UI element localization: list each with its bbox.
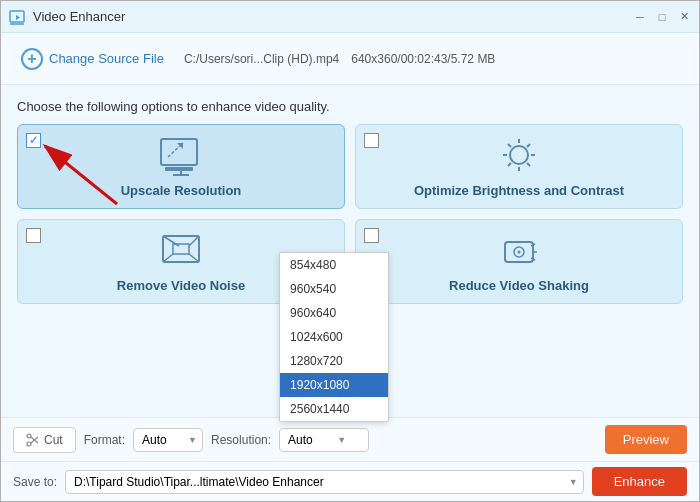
maximize-button[interactable]: □ <box>655 10 669 24</box>
app-icon <box>9 8 27 26</box>
enhance-button[interactable]: Enhance <box>592 467 687 496</box>
svg-rect-18 <box>173 244 189 254</box>
save-path-wrapper[interactable]: D:\Tipard Studio\Tipar...ltimate\Video E… <box>65 470 584 494</box>
source-toolbar: + Change Source File C:/Users/sori...Cli… <box>1 33 699 85</box>
change-source-button[interactable]: + Change Source File <box>13 44 172 74</box>
resolution-label: Resolution: <box>211 433 271 447</box>
resolution-option-1920x1080[interactable]: 1920x1080 <box>280 373 388 397</box>
resolution-option-1280x720[interactable]: 1280x720 <box>280 349 388 373</box>
svg-line-19 <box>163 236 179 246</box>
resolution-option-960x640[interactable]: 960x640 <box>280 301 388 325</box>
svg-point-25 <box>518 251 521 254</box>
dropdown-arrow-icon: ▼ <box>337 435 346 445</box>
svg-point-32 <box>27 442 31 446</box>
bottom-toolbar: Cut Format: Auto Resolution: Auto ▼ 854x… <box>1 417 699 461</box>
resolution-select-display[interactable]: Auto ▼ <box>279 428 369 452</box>
resolution-value: Auto <box>288 433 313 447</box>
svg-point-8 <box>510 146 528 164</box>
svg-line-16 <box>508 163 511 166</box>
save-label: Save to: <box>13 475 57 489</box>
shaking-icon <box>493 230 545 272</box>
svg-rect-2 <box>161 139 197 165</box>
upscale-icon <box>155 135 207 177</box>
resolution-option-960x540[interactable]: 960x540 <box>280 277 388 301</box>
svg-line-28 <box>531 258 535 260</box>
svg-line-14 <box>527 163 530 166</box>
noise-label: Remove Video Noise <box>117 278 245 293</box>
cut-label: Cut <box>44 433 63 447</box>
window-title: Video Enhancer <box>33 9 633 24</box>
resolution-option-854x480[interactable]: 854x480 <box>280 253 388 277</box>
file-name: C:/Users/sori...Clip (HD).mp4 <box>184 52 339 66</box>
svg-line-21 <box>163 254 173 262</box>
svg-line-22 <box>189 254 199 262</box>
format-label: Format: <box>84 433 125 447</box>
scissors-icon <box>26 433 40 447</box>
title-bar: Video Enhancer ─ □ ✕ <box>1 1 699 33</box>
cut-button[interactable]: Cut <box>13 427 76 453</box>
minimize-button[interactable]: ─ <box>633 10 647 24</box>
upscale-label: Upscale Resolution <box>121 183 242 198</box>
svg-line-13 <box>508 144 511 147</box>
noise-icon <box>155 230 207 272</box>
checkbox-shaking[interactable] <box>364 228 379 243</box>
resolution-option-1024x600[interactable]: 1024x600 <box>280 325 388 349</box>
option-upscale[interactable]: Upscale Resolution <box>17 124 345 209</box>
main-window: Video Enhancer ─ □ ✕ + Change Source Fil… <box>0 0 700 502</box>
resolution-option-2560x1440[interactable]: 2560x1440 <box>280 397 388 421</box>
instruction-text: Choose the following options to enhance … <box>17 99 683 114</box>
save-bar: Save to: D:\Tipard Studio\Tipar...ltimat… <box>1 461 699 501</box>
svg-line-20 <box>189 236 199 246</box>
plus-icon: + <box>21 48 43 70</box>
svg-point-31 <box>27 434 31 438</box>
brightness-label: Optimize Brightness and Contrast <box>414 183 624 198</box>
svg-line-26 <box>531 244 535 246</box>
svg-line-15 <box>527 144 530 147</box>
shaking-label: Reduce Video Shaking <box>449 278 589 293</box>
checkbox-upscale[interactable] <box>26 133 41 148</box>
checkbox-brightness[interactable] <box>364 133 379 148</box>
close-button[interactable]: ✕ <box>677 10 691 24</box>
format-select-wrapper[interactable]: Auto <box>133 428 203 452</box>
format-select[interactable]: Auto <box>133 428 203 452</box>
checkbox-noise[interactable] <box>26 228 41 243</box>
file-meta: 640x360/00:02:43/5.72 MB <box>351 52 495 66</box>
option-shaking[interactable]: Reduce Video Shaking <box>355 219 683 304</box>
svg-marker-7 <box>177 143 183 149</box>
svg-rect-3 <box>165 167 193 171</box>
window-controls: ─ □ ✕ <box>633 10 691 24</box>
save-path-select[interactable]: D:\Tipard Studio\Tipar...ltimate\Video E… <box>65 470 584 494</box>
option-brightness[interactable]: Optimize Brightness and Contrast <box>355 124 683 209</box>
brightness-icon <box>493 135 545 177</box>
change-source-label: Change Source File <box>49 51 164 66</box>
resolution-dropdown[interactable]: 854x480 960x540 960x640 1024x600 1280x72… <box>279 252 389 422</box>
preview-button[interactable]: Preview <box>605 425 687 454</box>
resolution-dropdown-wrapper[interactable]: Auto ▼ 854x480 960x540 960x640 1024x600 … <box>279 428 369 452</box>
